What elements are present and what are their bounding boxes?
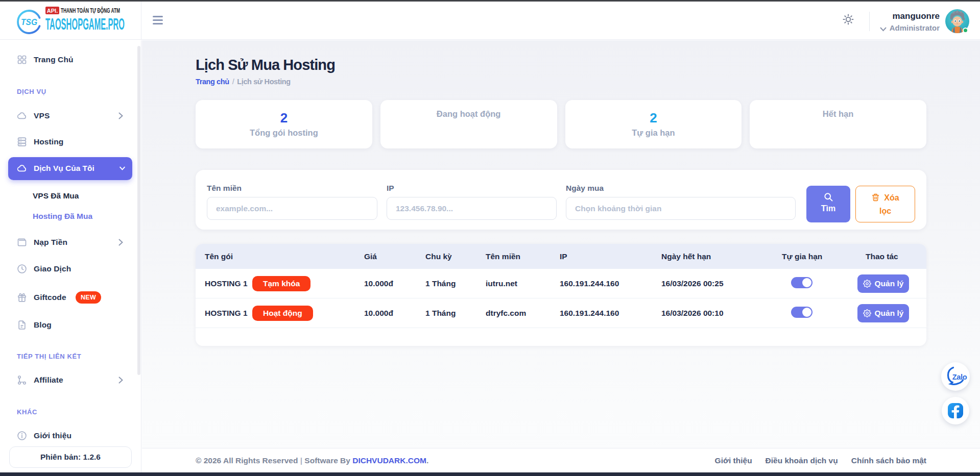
svg-text:Zalo: Zalo: [952, 373, 967, 381]
svg-text:API.: API.: [47, 8, 58, 14]
svg-text:TAOSHOPGAME.PRO: TAOSHOPGAME.PRO: [45, 15, 125, 33]
svg-text:THANH TOÁN TỰ ĐỘNG ATM: THANH TOÁN TỰ ĐỘNG ATM: [61, 7, 120, 14]
svg-text:TSG: TSG: [21, 18, 37, 27]
